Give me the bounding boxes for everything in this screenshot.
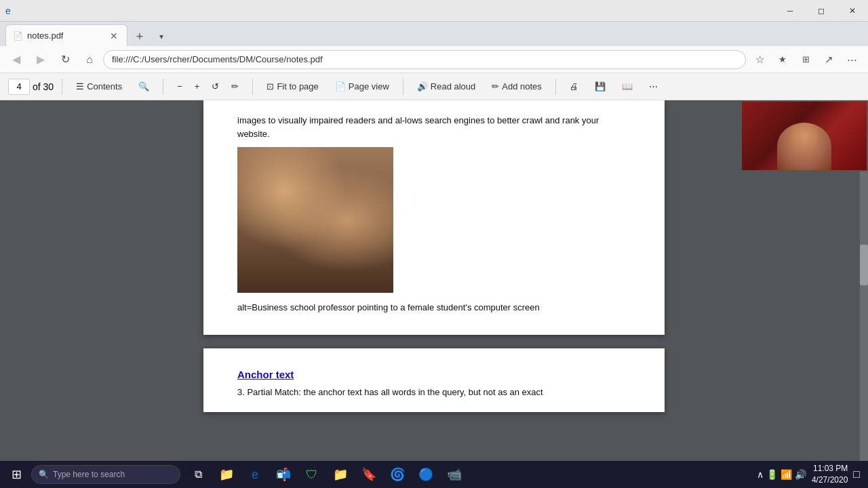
address-actions: ☆ ★ ⊞ ↗ ⋯	[749, 49, 863, 70]
pdf-page-text: images to visually impaired readers and …	[237, 114, 631, 140]
notification-icon[interactable]: □	[853, 468, 860, 481]
network-icon[interactable]: 📶	[781, 469, 792, 480]
edge-icon: e	[252, 468, 258, 482]
minimize-button[interactable]: ─	[774, 0, 806, 22]
search-button[interactable]: 🔍	[133, 77, 155, 96]
page-view-icon: 📄	[335, 81, 346, 92]
battery-icon[interactable]: 🔋	[766, 469, 778, 480]
folder-icon: 📁	[333, 467, 348, 482]
bookmark-button[interactable]: ☆	[749, 49, 770, 70]
print-button[interactable]: 🖨	[564, 77, 584, 96]
svg-point-7	[345, 179, 380, 217]
add-notes-icon: ✏	[492, 81, 499, 92]
title-bar: e ─ ◻ ✕	[0, 0, 868, 22]
pdf-viewer[interactable]: images to visually impaired readers and …	[0, 100, 868, 461]
draw-button[interactable]: ✏	[226, 77, 244, 96]
taskbar-app-taskview[interactable]: ⧉	[184, 462, 212, 487]
system-icons: ∧ 🔋 📶 🔊	[757, 469, 806, 480]
save-button[interactable]: 💾	[589, 77, 611, 96]
toolbar-divider-5	[555, 79, 556, 95]
bookmarks-icon: 🔖	[361, 467, 376, 482]
more-icon: ⋯	[847, 54, 857, 66]
mail-icon: 📬	[276, 467, 291, 482]
window-controls: ─ ◻ ✕	[774, 0, 868, 22]
taskbar-right: ∧ 🔋 📶 🔊 11:03 PM 4/27/2020 □	[757, 463, 865, 486]
new-tab-button[interactable]: +	[129, 27, 151, 46]
immersive-button[interactable]: 📖	[616, 77, 638, 96]
svg-rect-3	[261, 215, 295, 262]
file-explorer-icon: 📁	[219, 467, 234, 482]
partial-match-text: 3. Partial Match: the anchor text has al…	[237, 386, 631, 399]
taskbar-app-camera[interactable]: 📹	[441, 462, 468, 487]
svg-rect-11	[264, 228, 288, 247]
video-overlay	[741, 100, 868, 171]
page-view-button[interactable]: 📄 Page view	[330, 77, 395, 96]
taskbar-app-chrome[interactable]: 🔵	[412, 462, 439, 487]
contents-icon: ☰	[76, 81, 84, 92]
taskbar: ⊞ 🔍 Type here to search ⧉ 📁 e 📬 🛡 📁 🔖 🌀	[0, 461, 868, 488]
pdf-page-1: images to visually impaired readers and …	[203, 100, 665, 335]
draw-icon: ✏	[231, 81, 239, 92]
zoom-section: − + ↺ ✏	[172, 77, 244, 96]
chevron-icon[interactable]: ∧	[757, 469, 764, 480]
home-button[interactable]: ⌂	[79, 49, 100, 70]
refresh-icon: ↻	[61, 53, 70, 66]
volume-icon[interactable]: 🔊	[795, 469, 806, 480]
more-button[interactable]: ⋯	[841, 49, 863, 70]
svg-point-5	[298, 178, 339, 205]
favorites-button[interactable]: ★	[772, 49, 793, 70]
page-number-input[interactable]	[8, 79, 30, 95]
video-person	[742, 102, 867, 170]
forward-button[interactable]: ▶	[30, 49, 52, 70]
refresh-button[interactable]: ↻	[54, 49, 76, 70]
start-button[interactable]: ⊞	[3, 462, 30, 487]
browser-content: images to visually impaired readers and …	[0, 100, 868, 461]
tab-close-button[interactable]: ✕	[108, 30, 120, 42]
fit-page-button[interactable]: ⊡ Fit to page	[261, 77, 323, 96]
taskbar-app-defender[interactable]: 🛡	[298, 462, 326, 487]
back-icon: ◀	[12, 53, 20, 66]
toolbar-divider-2	[163, 79, 163, 95]
time-display: 11:03 PM	[812, 463, 848, 474]
zoom-out-button[interactable]: −	[172, 77, 188, 96]
maximize-button[interactable]: ◻	[806, 0, 837, 22]
taskbar-app-folder[interactable]: 📁	[327, 462, 354, 487]
collections-button[interactable]: ⊞	[795, 49, 816, 70]
active-tab[interactable]: 📄 notes.pdf ✕	[5, 24, 127, 46]
tab-title: notes.pdf	[27, 30, 64, 41]
start-icon: ⊞	[12, 467, 22, 482]
svg-rect-16	[351, 228, 372, 245]
read-aloud-label: Read aloud	[431, 81, 476, 92]
page-total: of 30	[33, 81, 54, 92]
taskbar-search[interactable]: 🔍 Type here to search	[31, 465, 180, 484]
zoom-in-button[interactable]: +	[189, 77, 205, 96]
taskbar-time[interactable]: 11:03 PM 4/27/2020	[812, 463, 848, 486]
back-button[interactable]: ◀	[5, 49, 27, 70]
taskbar-app-edge[interactable]: e	[241, 462, 269, 487]
close-button[interactable]: ✕	[837, 0, 868, 22]
taskbar-app-mail[interactable]: 📬	[270, 462, 297, 487]
pdf-toolbar: of 30 ☰ Contents 🔍 − + ↺ ✏ ⊡ Fit to page	[0, 73, 868, 100]
taskbar-app-firefox[interactable]: 🌀	[384, 462, 411, 487]
page-paragraph: images to visually impaired readers and …	[237, 114, 631, 140]
svg-rect-10	[251, 252, 387, 259]
add-notes-button[interactable]: ✏ Add notes	[486, 77, 547, 96]
firefox-icon: 🌀	[390, 467, 405, 482]
svg-rect-0	[237, 147, 393, 293]
taskbar-app-bookmarks[interactable]: 🔖	[355, 462, 382, 487]
title-bar-left: e	[0, 5, 774, 16]
toolbar-more-button[interactable]: ⋯	[644, 77, 663, 96]
taskbar-app-file-explorer[interactable]: 📁	[213, 462, 240, 487]
svg-rect-14	[266, 230, 287, 246]
svg-rect-1	[237, 205, 393, 293]
add-notes-label: Add notes	[502, 81, 542, 92]
read-aloud-button[interactable]: 🔊 Read aloud	[412, 77, 481, 96]
contents-button[interactable]: ☰ Contents	[71, 77, 127, 96]
share-button[interactable]: ↗	[818, 49, 840, 70]
url-bar[interactable]: file:///C:/Users/rcher/Documents/DM/Cour…	[103, 50, 746, 69]
tab-dropdown-button[interactable]: ▾	[152, 27, 171, 46]
page-separator	[203, 335, 665, 348]
svg-rect-13	[349, 227, 374, 246]
rotate-button[interactable]: ↺	[206, 77, 224, 96]
scroll-thumb[interactable]	[860, 245, 868, 285]
